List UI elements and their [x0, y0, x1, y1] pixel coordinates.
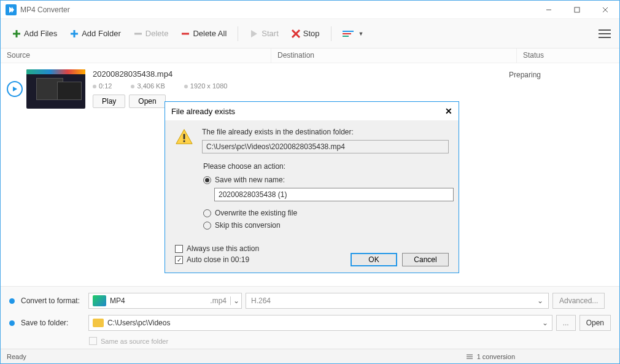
window-title: MP4 Converter: [20, 6, 70, 14]
radio-skip[interactable]: Skip this conversion: [203, 221, 449, 230]
options-menu-button[interactable]: ▼: [338, 28, 369, 39]
plus-icon: [12, 29, 21, 39]
open-folder-button[interactable]: Open: [579, 315, 611, 331]
radio-icon: [203, 222, 211, 230]
radio-save-new-name[interactable]: Save with new name:: [203, 176, 449, 184]
svg-rect-1: [575, 7, 579, 12]
folder-select[interactable]: C:\Users\pc\Videos ⌄: [88, 315, 552, 331]
new-name-input[interactable]: 20200828035438 (1): [214, 188, 454, 201]
checkbox-icon: [175, 256, 183, 264]
toolbar: Add Files Add Folder Delete Delete All S…: [1, 19, 619, 48]
checkbox-icon: [89, 337, 97, 345]
always-use-checkbox[interactable]: Always use this action: [175, 244, 259, 253]
auto-close-checkbox[interactable]: Auto close in 00:19: [175, 255, 259, 264]
menu-lines-icon: [343, 31, 354, 37]
dialog-prompt: Please choose an action:: [203, 162, 449, 171]
delete-all-button[interactable]: Delete All: [176, 26, 231, 41]
col-destination[interactable]: Destination: [271, 48, 516, 63]
convert-format-label: Convert to format:: [21, 296, 88, 305]
main-window: MP4 Converter Add Files Add Folder Delet…: [0, 0, 620, 364]
chevron-down-icon: ⌄: [537, 296, 543, 305]
status-ready: Ready: [7, 353, 26, 360]
cancel-button[interactable]: Cancel: [402, 253, 449, 266]
browse-button[interactable]: ...: [556, 315, 576, 331]
dialog-message: The file already exists in the destinati…: [202, 128, 449, 136]
play-button[interactable]: Play: [93, 95, 125, 108]
ok-button[interactable]: OK: [351, 253, 397, 266]
stop-icon: [291, 29, 301, 39]
file-meta: 0:12 3,406 KB 1920 x 1080: [93, 82, 244, 90]
bullet-icon: [9, 298, 15, 304]
status-text: Preparing: [509, 69, 613, 79]
maximize-button[interactable]: [563, 1, 591, 19]
add-folder-button[interactable]: Add Folder: [64, 26, 126, 41]
column-headers: Source Destination Status: [1, 48, 619, 63]
codec-select[interactable]: H.264 ⌄: [246, 293, 549, 309]
file-exists-dialog: File already exists ✕ The file already e…: [165, 101, 459, 273]
delete-button[interactable]: Delete: [128, 26, 174, 41]
statusbar: Ready 1 conversion: [1, 349, 619, 363]
radio-icon: [203, 176, 211, 184]
format-select[interactable]: MP4 .mp4 ⌄: [88, 293, 242, 309]
plus-icon: [69, 29, 79, 39]
open-button[interactable]: Open: [129, 95, 165, 108]
chevron-down-icon: ▼: [358, 31, 364, 37]
list-icon: [466, 353, 473, 360]
play-preview-button[interactable]: [7, 81, 23, 97]
chevron-down-icon: ⌄: [230, 296, 241, 305]
thumbnail: [26, 69, 85, 109]
filename: 20200828035438.mp4: [93, 69, 244, 79]
start-button[interactable]: Start: [244, 26, 283, 41]
existing-file-path: C:\Users\pc\Videos\20200828035438.mp4: [202, 140, 449, 153]
chevron-down-icon: ⌄: [542, 319, 548, 327]
checkbox-icon: [175, 245, 183, 253]
folder-icon: [93, 319, 104, 327]
svg-rect-15: [184, 134, 185, 139]
bottom-panel: Convert to format: MP4 .mp4 ⌄ H.264 ⌄ Ad…: [1, 286, 619, 349]
dialog-close-button[interactable]: ✕: [445, 106, 452, 116]
dialog-titlebar: File already exists ✕: [165, 102, 459, 120]
menu-button[interactable]: [596, 25, 613, 42]
save-folder-label: Save to folder:: [21, 319, 88, 327]
stop-button[interactable]: Stop: [286, 26, 325, 41]
add-files-button[interactable]: Add Files: [7, 26, 62, 41]
svg-rect-16: [184, 141, 185, 142]
radio-icon: [203, 209, 211, 217]
advanced-button[interactable]: Advanced...: [552, 293, 605, 309]
radio-overwrite[interactable]: Overwrite the existing file: [203, 209, 449, 217]
minimize-button[interactable]: [535, 1, 563, 19]
dialog-title: File already exists: [171, 107, 235, 116]
same-source-checkbox[interactable]: Same as source folder: [89, 337, 611, 345]
format-icon: [93, 295, 106, 306]
minus-icon: [133, 29, 143, 39]
close-button[interactable]: [591, 1, 619, 19]
col-source[interactable]: Source: [1, 48, 271, 63]
conversion-count: 1 conversion: [466, 353, 613, 360]
bullet-icon: [9, 320, 15, 326]
warning-icon: [175, 128, 193, 146]
titlebar: MP4 Converter: [1, 1, 619, 19]
minus-icon: [180, 29, 190, 39]
play-icon: [249, 29, 259, 39]
app-icon: [6, 4, 17, 15]
col-status[interactable]: Status: [516, 48, 619, 63]
